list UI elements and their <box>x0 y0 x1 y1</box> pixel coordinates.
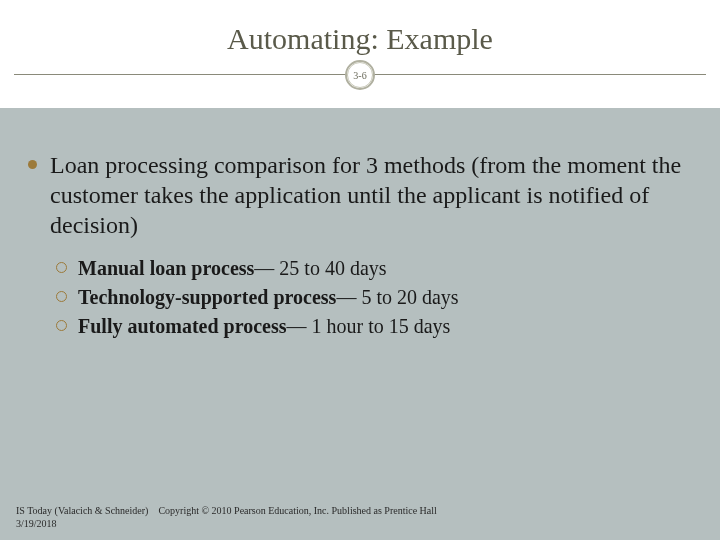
sub-item-bold: Manual loan process <box>78 257 254 279</box>
header-area: Automating: Example 3-6 <box>0 0 720 108</box>
slide-number: 3-6 <box>347 62 373 88</box>
sub-item-bold: Fully automated process <box>78 315 287 337</box>
sub-item-rest: — 25 to 40 days <box>254 257 386 279</box>
content-area: Loan processing comparison for 3 methods… <box>26 150 694 341</box>
sub-item-bold: Technology-supported process <box>78 286 336 308</box>
list-item: Technology-supported process— 5 to 20 da… <box>56 283 694 312</box>
main-bullet-text: Loan processing comparison for 3 methods… <box>50 152 681 238</box>
list-item: Fully automated process— 1 hour to 15 da… <box>56 312 694 341</box>
circle-bullet-icon <box>56 262 67 273</box>
footer-date: 3/19/2018 <box>16 518 57 529</box>
footer-copyright: Copyright © 2010 Pearson Education, Inc.… <box>158 505 436 516</box>
circle-bullet-icon <box>56 320 67 331</box>
footer: IS Today (Valacich & Schneider) Copyrigh… <box>16 505 437 530</box>
circle-bullet-icon <box>56 291 67 302</box>
slide-number-badge: 3-6 <box>345 60 375 90</box>
sub-item-rest: — 1 hour to 15 days <box>287 315 451 337</box>
footer-source: IS Today (Valacich & Schneider) <box>16 505 148 516</box>
sub-item-rest: — 5 to 20 days <box>336 286 458 308</box>
sub-list: Manual loan process— 25 to 40 days Techn… <box>26 254 694 341</box>
bullet-dot-icon <box>28 160 37 169</box>
list-item: Manual loan process— 25 to 40 days <box>56 254 694 283</box>
slide: Automating: Example 3-6 Loan processing … <box>0 0 720 540</box>
slide-title: Automating: Example <box>0 22 720 56</box>
main-bullet: Loan processing comparison for 3 methods… <box>26 150 694 240</box>
